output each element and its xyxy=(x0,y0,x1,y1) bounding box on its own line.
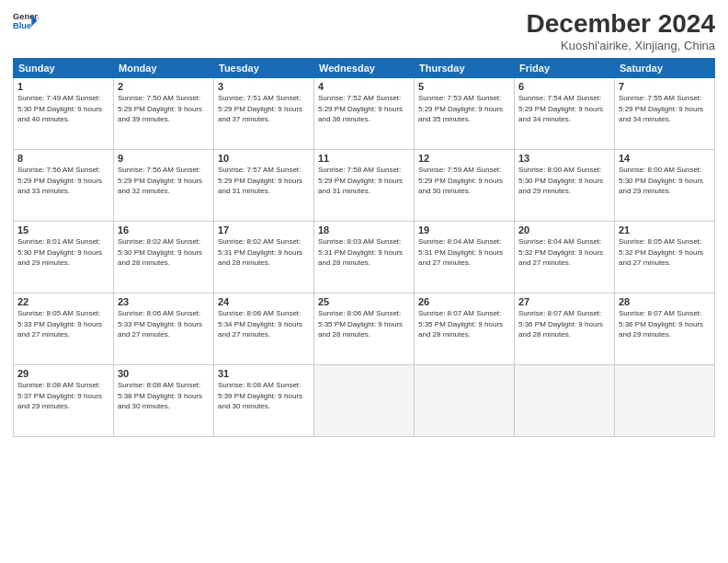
calendar-cell: 6Sunrise: 7:54 AM Sunset: 5:29 PM Daylig… xyxy=(515,78,615,150)
week-row-2: 15Sunrise: 8:01 AM Sunset: 5:30 PM Dayli… xyxy=(14,222,715,293)
calendar-cell xyxy=(415,365,515,437)
day-number: 12 xyxy=(418,153,510,164)
day-number: 11 xyxy=(318,153,410,164)
day-number: 30 xyxy=(118,368,210,379)
day-detail: Sunrise: 8:07 AM Sunset: 5:36 PM Dayligh… xyxy=(619,308,711,340)
day-number: 4 xyxy=(318,81,410,92)
day-number: 5 xyxy=(418,81,510,92)
day-number: 8 xyxy=(17,153,109,164)
col-wednesday: Wednesday xyxy=(314,59,415,78)
day-detail: Sunrise: 8:06 AM Sunset: 5:33 PM Dayligh… xyxy=(118,308,210,340)
calendar-cell: 1Sunrise: 7:49 AM Sunset: 5:30 PM Daylig… xyxy=(14,78,114,150)
day-detail: Sunrise: 7:56 AM Sunset: 5:29 PM Dayligh… xyxy=(17,165,109,197)
calendar-cell: 10Sunrise: 7:57 AM Sunset: 5:29 PM Dayli… xyxy=(214,150,314,222)
day-detail: Sunrise: 8:04 AM Sunset: 5:31 PM Dayligh… xyxy=(418,236,510,269)
calendar-cell: 27Sunrise: 8:07 AM Sunset: 5:36 PM Dayli… xyxy=(515,293,615,365)
day-number: 14 xyxy=(619,153,711,164)
calendar-cell: 4Sunrise: 7:52 AM Sunset: 5:29 PM Daylig… xyxy=(314,78,415,150)
day-detail: Sunrise: 7:50 AM Sunset: 5:29 PM Dayligh… xyxy=(118,93,210,125)
calendar-cell xyxy=(515,365,615,437)
calendar-cell: 26Sunrise: 8:07 AM Sunset: 5:35 PM Dayli… xyxy=(415,293,515,365)
day-detail: Sunrise: 7:58 AM Sunset: 5:29 PM Dayligh… xyxy=(318,165,410,197)
calendar-cell: 28Sunrise: 8:07 AM Sunset: 5:36 PM Dayli… xyxy=(615,293,715,365)
day-detail: Sunrise: 8:07 AM Sunset: 5:36 PM Dayligh… xyxy=(518,308,610,340)
day-number: 9 xyxy=(118,153,210,164)
day-detail: Sunrise: 7:56 AM Sunset: 5:29 PM Dayligh… xyxy=(118,165,210,197)
day-detail: Sunrise: 8:07 AM Sunset: 5:35 PM Dayligh… xyxy=(418,308,510,340)
calendar-cell: 8Sunrise: 7:56 AM Sunset: 5:29 PM Daylig… xyxy=(14,150,114,222)
day-detail: Sunrise: 8:05 AM Sunset: 5:33 PM Dayligh… xyxy=(17,308,109,340)
week-row-4: 29Sunrise: 8:08 AM Sunset: 5:37 PM Dayli… xyxy=(14,365,715,437)
col-monday: Monday xyxy=(114,59,214,78)
calendar-cell: 9Sunrise: 7:56 AM Sunset: 5:29 PM Daylig… xyxy=(114,150,214,222)
calendar-cell xyxy=(314,365,415,437)
week-row-3: 22Sunrise: 8:05 AM Sunset: 5:33 PM Dayli… xyxy=(14,293,715,365)
day-detail: Sunrise: 8:03 AM Sunset: 5:31 PM Dayligh… xyxy=(318,236,410,269)
calendar-cell: 7Sunrise: 7:55 AM Sunset: 5:29 PM Daylig… xyxy=(615,78,715,150)
day-number: 29 xyxy=(17,368,109,379)
col-friday: Friday xyxy=(515,59,615,78)
day-detail: Sunrise: 8:05 AM Sunset: 5:32 PM Dayligh… xyxy=(619,236,711,269)
header: General Blue December 2024 Kuoshi'airike… xyxy=(13,9,715,52)
calendar-cell: 12Sunrise: 7:59 AM Sunset: 5:29 PM Dayli… xyxy=(415,150,515,222)
day-detail: Sunrise: 8:08 AM Sunset: 5:37 PM Dayligh… xyxy=(17,380,109,412)
calendar-cell: 13Sunrise: 8:00 AM Sunset: 5:30 PM Dayli… xyxy=(515,150,615,222)
day-number: 15 xyxy=(17,224,109,236)
day-number: 1 xyxy=(17,81,109,92)
day-detail: Sunrise: 7:59 AM Sunset: 5:29 PM Dayligh… xyxy=(418,165,510,197)
day-detail: Sunrise: 8:00 AM Sunset: 5:30 PM Dayligh… xyxy=(518,165,610,197)
logo-icon: General Blue xyxy=(13,9,39,35)
day-detail: Sunrise: 8:00 AM Sunset: 5:30 PM Dayligh… xyxy=(619,165,711,197)
week-row-0: 1Sunrise: 7:49 AM Sunset: 5:30 PM Daylig… xyxy=(14,78,715,150)
day-detail: Sunrise: 7:54 AM Sunset: 5:29 PM Dayligh… xyxy=(518,93,610,125)
day-number: 10 xyxy=(218,153,310,164)
day-number: 21 xyxy=(619,224,711,236)
location-subtitle: Kuoshi'airike, Xinjiang, China xyxy=(527,39,715,52)
day-number: 2 xyxy=(118,81,210,92)
day-detail: Sunrise: 7:51 AM Sunset: 5:29 PM Dayligh… xyxy=(218,93,310,125)
day-detail: Sunrise: 8:02 AM Sunset: 5:31 PM Dayligh… xyxy=(218,236,310,269)
day-number: 13 xyxy=(518,153,610,164)
day-detail: Sunrise: 8:06 AM Sunset: 5:34 PM Dayligh… xyxy=(218,308,310,340)
day-number: 7 xyxy=(619,81,711,92)
calendar-table: Sunday Monday Tuesday Wednesday Thursday… xyxy=(13,58,715,437)
calendar-cell: 20Sunrise: 8:04 AM Sunset: 5:32 PM Dayli… xyxy=(515,222,615,293)
day-detail: Sunrise: 8:01 AM Sunset: 5:30 PM Dayligh… xyxy=(17,236,109,269)
day-number: 18 xyxy=(318,224,410,236)
day-number: 17 xyxy=(218,224,310,236)
day-detail: Sunrise: 7:52 AM Sunset: 5:29 PM Dayligh… xyxy=(318,93,410,125)
day-number: 19 xyxy=(418,224,510,236)
calendar-cell: 22Sunrise: 8:05 AM Sunset: 5:33 PM Dayli… xyxy=(14,293,114,365)
calendar-cell: 23Sunrise: 8:06 AM Sunset: 5:33 PM Dayli… xyxy=(114,293,214,365)
col-sunday: Sunday xyxy=(14,59,114,78)
calendar-cell: 3Sunrise: 7:51 AM Sunset: 5:29 PM Daylig… xyxy=(214,78,314,150)
day-number: 25 xyxy=(318,296,410,307)
day-number: 31 xyxy=(218,368,310,379)
page-container: General Blue December 2024 Kuoshi'airike… xyxy=(0,0,728,444)
col-saturday: Saturday xyxy=(615,59,715,78)
week-row-1: 8Sunrise: 7:56 AM Sunset: 5:29 PM Daylig… xyxy=(14,150,715,222)
calendar-cell: 5Sunrise: 7:53 AM Sunset: 5:29 PM Daylig… xyxy=(415,78,515,150)
day-number: 27 xyxy=(518,296,610,307)
day-detail: Sunrise: 8:04 AM Sunset: 5:32 PM Dayligh… xyxy=(518,236,610,269)
day-number: 6 xyxy=(518,81,610,92)
calendar-cell: 2Sunrise: 7:50 AM Sunset: 5:29 PM Daylig… xyxy=(114,78,214,150)
calendar-cell: 17Sunrise: 8:02 AM Sunset: 5:31 PM Dayli… xyxy=(214,222,314,293)
calendar-cell: 24Sunrise: 8:06 AM Sunset: 5:34 PM Dayli… xyxy=(214,293,314,365)
svg-text:Blue: Blue xyxy=(13,21,31,30)
month-title: December 2024 xyxy=(527,9,715,39)
day-number: 23 xyxy=(118,296,210,307)
calendar-cell: 30Sunrise: 8:08 AM Sunset: 5:38 PM Dayli… xyxy=(114,365,214,437)
calendar-cell: 21Sunrise: 8:05 AM Sunset: 5:32 PM Dayli… xyxy=(615,222,715,293)
calendar-cell: 16Sunrise: 8:02 AM Sunset: 5:30 PM Dayli… xyxy=(114,222,214,293)
calendar-cell: 25Sunrise: 8:06 AM Sunset: 5:35 PM Dayli… xyxy=(314,293,415,365)
day-number: 22 xyxy=(17,296,109,307)
day-detail: Sunrise: 8:02 AM Sunset: 5:30 PM Dayligh… xyxy=(118,236,210,269)
day-number: 28 xyxy=(619,296,711,307)
calendar-cell: 11Sunrise: 7:58 AM Sunset: 5:29 PM Dayli… xyxy=(314,150,415,222)
calendar-cell: 18Sunrise: 8:03 AM Sunset: 5:31 PM Dayli… xyxy=(314,222,415,293)
title-block: December 2024 Kuoshi'airike, Xinjiang, C… xyxy=(527,9,715,52)
day-detail: Sunrise: 7:55 AM Sunset: 5:29 PM Dayligh… xyxy=(619,93,711,125)
calendar-cell: 31Sunrise: 8:08 AM Sunset: 5:39 PM Dayli… xyxy=(214,365,314,437)
calendar-cell: 29Sunrise: 8:08 AM Sunset: 5:37 PM Dayli… xyxy=(14,365,114,437)
